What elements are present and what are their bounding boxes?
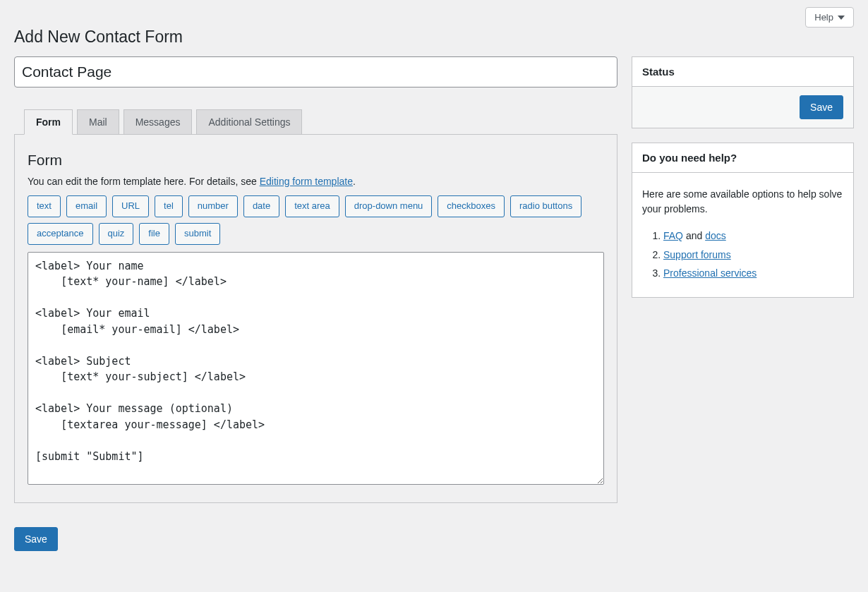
tab-additional-settings[interactable]: Additional Settings [196,109,302,135]
tag-button-number[interactable]: number [188,195,238,217]
editing-form-template-link[interactable]: Editing form template [260,176,353,187]
help-list-item-pro: Professional services [663,264,843,283]
help-description: Here are some available options to help … [642,187,843,217]
help-list-item-docs: FAQ and docs [663,226,843,246]
help-toggle-button[interactable]: Help [805,7,854,28]
form-panel-heading: Form [28,152,604,169]
form-desc-suffix: . [353,176,356,187]
tag-button-quiz[interactable]: quiz [99,223,134,245]
faq-link[interactable]: FAQ [663,230,683,241]
tag-generator-row: text email URL tel number date text area… [28,195,604,245]
status-heading: Status [642,66,843,78]
help-list-item-forums: Support forums [663,246,843,265]
tag-button-email[interactable]: email [66,195,107,217]
status-postbox: Status Save [632,56,854,128]
tab-mail[interactable]: Mail [77,109,119,135]
tag-button-text[interactable]: text [28,195,61,217]
tab-form[interactable]: Form [24,109,73,135]
form-panel-description: You can edit the form template here. For… [28,176,604,187]
tag-button-checkboxes[interactable]: checkboxes [438,195,505,217]
form-template-textarea[interactable] [28,252,604,485]
tag-button-tel[interactable]: tel [155,195,183,217]
page-title: Add New Contact Form [14,28,854,47]
tag-button-acceptance[interactable]: acceptance [28,223,93,245]
form-desc-prefix: You can edit the form template here. For… [28,176,260,187]
save-button-sidebar[interactable]: Save [800,95,843,119]
tab-nav: Form Mail Messages Additional Settings [24,109,617,134]
help-link-list: FAQ and docs Support forums Professional… [642,226,843,283]
tag-button-submit[interactable]: submit [175,223,220,245]
tag-button-file[interactable]: file [139,223,169,245]
save-button-bottom[interactable]: Save [14,527,58,551]
help-toggle-label: Help [814,12,833,23]
professional-services-link[interactable]: Professional services [663,267,757,279]
help-heading: Do you need help? [642,152,843,164]
tab-messages[interactable]: Messages [123,109,193,135]
tag-button-textarea[interactable]: text area [285,195,339,217]
tab-content-form: Form You can edit the form template here… [14,134,617,503]
tag-button-radio[interactable]: radio buttons [510,195,581,217]
docs-link[interactable]: docs [705,230,726,241]
help-postbox: Do you need help? Here are some availabl… [632,143,854,298]
chevron-down-icon [838,14,845,21]
and-text: and [683,230,705,241]
support-forums-link[interactable]: Support forums [663,249,731,260]
tag-button-url[interactable]: URL [112,195,149,217]
tag-button-date[interactable]: date [243,195,279,217]
tag-button-dropdown[interactable]: drop-down menu [345,195,433,217]
form-title-input[interactable] [14,56,617,87]
